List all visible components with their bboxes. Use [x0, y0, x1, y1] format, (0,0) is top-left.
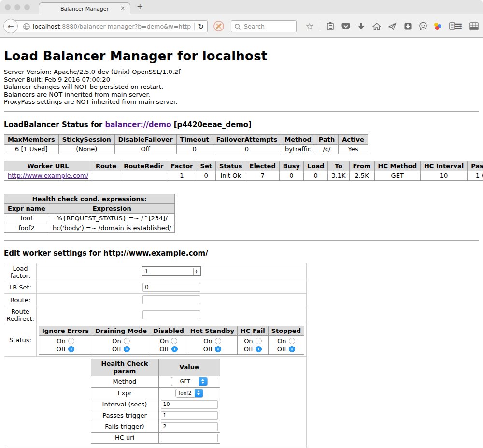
form-row-route-redirect: Route Redirect:	[4, 306, 307, 324]
edit-worker-form: Load factor: ▲▼ LB Set: Route: Route Red…	[4, 263, 307, 448]
browser-window: Balancer Manager × + ← localhost :8880/b…	[0, 0, 483, 448]
col-active: Active	[339, 134, 368, 144]
col-timeout: Timeout	[176, 134, 213, 144]
balancer-demo-link[interactable]: balancer://demo	[105, 120, 171, 129]
close-window-button[interactable]	[5, 4, 11, 10]
route-redirect-input[interactable]	[142, 310, 200, 319]
table-header-row: Worker URL Route RouteRedir Factor Set S…	[4, 161, 483, 171]
col-maxmembers: MaxMembers	[4, 134, 59, 144]
form-row-submit: Submit	[4, 446, 307, 448]
col-draining-mode: Draining Mode	[92, 326, 150, 335]
hc-fail-off-radio[interactable]	[256, 346, 262, 352]
send-plane-icon[interactable]	[387, 21, 398, 31]
reload-icon[interactable]: ↻	[198, 22, 204, 31]
submit-button[interactable]: Submit	[140, 448, 171, 448]
minimize-window-button[interactable]	[14, 4, 20, 10]
menu-hamburger-icon[interactable]: ≡	[454, 20, 463, 32]
hc-row-expr: Expr foof2	[91, 387, 220, 399]
extension-colordots-icon[interactable]	[433, 22, 442, 30]
route-input[interactable]	[142, 295, 200, 304]
worker-table: Worker URL Route RouteRedir Factor Set S…	[4, 161, 483, 181]
fails-input[interactable]	[161, 422, 218, 431]
tab-balancer-manager[interactable]: Balancer Manager ×	[39, 2, 130, 14]
ignore-errors-on-radio[interactable]	[68, 338, 74, 344]
stopped-off-radio[interactable]	[289, 346, 295, 352]
status-label: Status:	[4, 324, 37, 356]
status-radio-row: On Off On Off On Off	[39, 335, 304, 354]
new-tab-button[interactable]: +	[137, 2, 143, 11]
persist-note-line: Balancer changes will NOT be persisted o…	[4, 83, 479, 91]
lb-set-input[interactable]	[142, 283, 200, 292]
balancer-status-table: MaxMembers StickySession DisableFailover…	[4, 134, 368, 154]
form-row-status: Status: Ignore Errors Draining Mode Disa…	[4, 324, 307, 356]
search-input[interactable]	[243, 22, 291, 30]
draining-mode-on-radio[interactable]	[124, 338, 130, 344]
hc-row-passes: Passes trigger	[91, 410, 220, 421]
navigation-toolbar: ← localhost :8880/balancer-manager?b=dem…	[0, 14, 483, 38]
interval-label: Interval (secs)	[91, 399, 158, 410]
method-label: Method	[91, 376, 158, 387]
load-factor-field-wrap: ▲▼	[142, 266, 201, 276]
window-controls[interactable]	[5, 4, 30, 10]
url-bar[interactable]: localhost :8880/balancer-manager?b=demo&…	[11, 20, 208, 32]
form-row-lb-set: LB Set:	[4, 281, 307, 293]
status-header-row: Ignore Errors Draining Mode Disabled Hot…	[39, 326, 304, 335]
method-select[interactable]: GET	[171, 377, 208, 386]
clipboard-icon[interactable]	[325, 21, 336, 31]
table-row: 6 [1 Used] (None) Off 0 0 bytraffic /c/ …	[4, 144, 368, 154]
expr-table-title: Health check cond. expressions:	[4, 194, 175, 203]
ignore-errors-off-radio[interactable]	[68, 346, 74, 352]
select-arrows-icon	[199, 377, 207, 386]
expr-row: foof2 hc('body') =~ /domain is establish…	[4, 223, 175, 232]
hc-uri-label: HC uri	[91, 432, 158, 443]
balancer-status-heading: LoadBalancer Status for balancer://demo …	[4, 120, 479, 129]
table-header-row: MaxMembers StickySession DisableFailover…	[4, 134, 368, 144]
home-icon[interactable]	[371, 21, 382, 31]
globe-icon	[23, 23, 30, 30]
lb-set-label: LB Set:	[4, 281, 37, 293]
hot-standby-off-radio[interactable]	[215, 346, 221, 352]
disabled-on-radio[interactable]	[171, 338, 177, 344]
divider	[4, 240, 479, 241]
edit-worker-heading: Edit worker settings for http://www.exam…	[4, 249, 479, 258]
number-spinner-icon[interactable]: ▲▼	[193, 268, 199, 275]
tab-close-icon[interactable]: ×	[120, 5, 125, 12]
server-info: Server Version: Apache/2.5.0-dev (Unix) …	[4, 68, 479, 106]
worker-url-link[interactable]: http://www.example.com/	[8, 172, 88, 179]
downloads-icon[interactable]	[356, 21, 367, 31]
adblock-disabled-icon[interactable]	[213, 20, 225, 34]
back-button[interactable]: ←	[3, 19, 18, 33]
draining-mode-off-radio[interactable]	[124, 346, 130, 352]
fails-label: Fails trigger)	[91, 421, 158, 432]
col-path: Path	[315, 134, 338, 144]
col-stickysession: StickySession	[58, 134, 114, 144]
disabled-off-radio[interactable]	[171, 346, 178, 352]
feedback-smiley-icon[interactable]	[418, 21, 428, 31]
pocket-icon[interactable]	[341, 21, 351, 31]
urlbar-divider	[194, 23, 195, 30]
interval-input[interactable]	[161, 400, 218, 409]
hc-uri-input[interactable]	[161, 434, 218, 442]
zoom-window-button[interactable]	[24, 4, 30, 10]
bookmark-star-icon[interactable]: ☆	[304, 21, 315, 31]
passes-label: Passes trigger	[91, 410, 158, 421]
tab-title: Balancer Manager	[60, 6, 109, 12]
form-row-route: Route:	[4, 293, 307, 306]
apps-grid-icon[interactable]	[469, 21, 479, 31]
col-hc-value: Value	[158, 359, 220, 376]
radio-off-label: Off	[57, 345, 66, 353]
proxypass-note-line: ProxyPass settings are NOT inherited fro…	[4, 98, 479, 106]
divider	[4, 111, 479, 112]
save-to-device-icon[interactable]	[402, 21, 413, 31]
load-factor-input[interactable]	[142, 267, 191, 275]
heading-prefix: LoadBalancer Status for	[4, 120, 105, 129]
expr-select[interactable]: foof2	[175, 389, 203, 398]
status-radio-table: Ignore Errors Draining Mode Disabled Hot…	[39, 326, 304, 355]
stopped-on-radio[interactable]	[289, 338, 295, 344]
hc-fail-on-radio[interactable]	[256, 338, 262, 344]
col-ignore-errors: Ignore Errors	[39, 326, 92, 335]
hot-standby-on-radio[interactable]	[215, 338, 221, 344]
form-row-load-factor: Load factor: ▲▼	[4, 263, 307, 281]
search-bar[interactable]	[231, 20, 297, 32]
passes-input[interactable]	[161, 411, 218, 420]
